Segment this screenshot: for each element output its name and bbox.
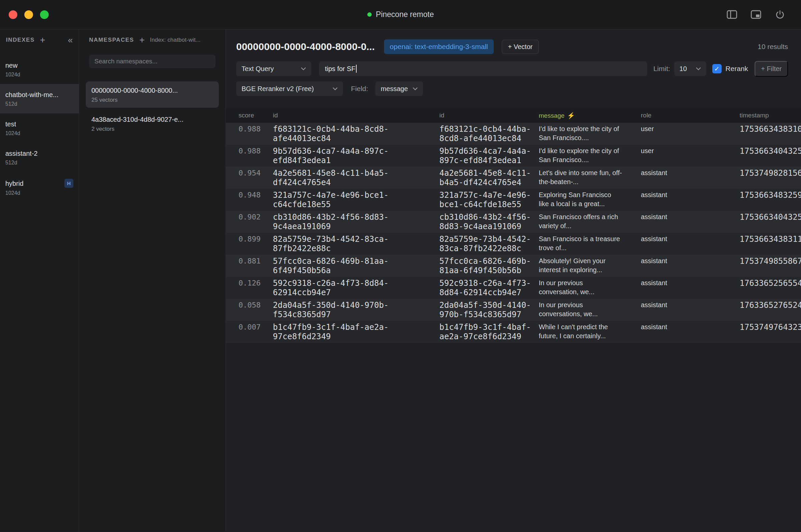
sidebar-item-index[interactable]: hybrid H 1024d bbox=[0, 172, 79, 203]
index-name: test bbox=[5, 120, 16, 128]
column-header-score[interactable]: score bbox=[226, 112, 267, 119]
cell-id: 321a757c-4a7e-4e96-bce1-c64cfde18e55 bbox=[267, 190, 435, 209]
table-row[interactable]: 0.881 57fcc0ca-6826-469b-81aa-6f49f450b5… bbox=[226, 255, 801, 277]
cell-score: 0.058 bbox=[226, 301, 267, 310]
cell-id-2: f683121c-0cb4-44ba-8cd8-afe44013ec84 bbox=[435, 125, 535, 143]
cell-id-2: 4a2e5681-45e8-4c11-b4a5-df424c4765e4 bbox=[435, 168, 535, 187]
table-row[interactable]: 0.948 321a757c-4a7e-4e96-bce1-c64cfde18e… bbox=[226, 189, 801, 211]
column-header-id2[interactable]: id bbox=[435, 112, 535, 119]
sidebar-item-index[interactable]: new 1024d bbox=[0, 55, 79, 84]
table-row[interactable]: 0.058 2da04a5f-350d-4140-970b-f534c8365d… bbox=[226, 299, 801, 321]
power-icon bbox=[775, 10, 785, 20]
cell-id: 9b57d636-4ca7-4a4a-897c-efd84f3edea1 bbox=[267, 147, 435, 165]
disconnect-button[interactable] bbox=[773, 8, 787, 22]
table-row[interactable]: 0.954 4a2e5681-45e8-4c11-b4a5-df424c4765… bbox=[226, 167, 801, 189]
panel-bottom-right-icon bbox=[751, 10, 761, 19]
table-row[interactable]: 0.899 82a5759e-73b4-4542-83ca-87fb2422e8… bbox=[226, 233, 801, 255]
index-dimension: 1024d bbox=[5, 72, 73, 77]
namespaces-panel: NAMESPACES + Index: chatbot-wit... 00000… bbox=[79, 30, 226, 532]
cell-id: 57fcc0ca-6826-469b-81aa-6f49f450b56a bbox=[267, 256, 435, 275]
cell-role: assistant bbox=[637, 301, 736, 309]
chevron-down-icon bbox=[413, 87, 418, 90]
cell-score: 0.007 bbox=[226, 323, 267, 332]
limit-value: 10 bbox=[680, 65, 687, 73]
cell-timestamp: 1753749855867 bbox=[736, 256, 801, 266]
cell-score: 0.881 bbox=[226, 256, 267, 266]
table-row[interactable]: 0.988 f683121c-0cb4-44ba-8cd8-afe44013ec… bbox=[226, 123, 801, 145]
cell-message: I'd like to explore the city of San Fran… bbox=[535, 125, 637, 142]
query-text-input[interactable]: tips for SF bbox=[319, 61, 647, 76]
add-vector-button[interactable]: + Vector bbox=[502, 40, 539, 54]
sidebar-item-index[interactable]: assistant-2 512d bbox=[0, 143, 79, 172]
minimize-window-button[interactable] bbox=[24, 10, 33, 19]
rerank-field-select[interactable]: message bbox=[375, 81, 423, 96]
column-header-id[interactable]: id bbox=[267, 112, 435, 119]
table-row[interactable]: 0.902 cb310d86-43b2-4f56-8d83-9c4aea1910… bbox=[226, 211, 801, 233]
cell-id: 82a5759e-73b4-4542-83ca-87fb2422e88c bbox=[267, 234, 435, 253]
cell-message: In our previous conversation, we... bbox=[535, 279, 637, 297]
namespaces-list: 00000000-0000-4000-8000... 25 vectors 4a… bbox=[79, 81, 226, 137]
namespace-name: 00000000-0000-4000-8000... bbox=[91, 87, 213, 94]
cell-timestamp: 1763365256554 bbox=[736, 279, 801, 288]
cell-role: user bbox=[637, 125, 736, 133]
cell-role: assistant bbox=[637, 234, 736, 244]
zoom-window-button[interactable] bbox=[40, 10, 49, 19]
cell-role: assistant bbox=[637, 279, 736, 287]
cell-timestamp: 1753749764323 bbox=[736, 323, 801, 332]
sidebar-item-index[interactable]: test 1024d bbox=[0, 113, 79, 143]
table-row[interactable]: 0.007 b1c47fb9-3c1f-4baf-ae2a-97ce8f6d23… bbox=[226, 321, 801, 343]
index-name: hybrid bbox=[5, 179, 23, 187]
column-header-message[interactable]: message⚡ bbox=[535, 112, 637, 119]
cell-id-2: b1c47fb9-3c1f-4baf-ae2a-97ce8f6d2349 bbox=[435, 323, 535, 341]
cell-id-2: 57fcc0ca-6826-469b-81aa-6f49f450b56b bbox=[435, 256, 535, 275]
titlebar: Pinecone remote bbox=[0, 0, 801, 30]
index-dimension: 1024d bbox=[5, 190, 73, 196]
query-type-value: Text Query bbox=[242, 65, 274, 73]
indexes-list: new 1024d chatbot-with-me... 512d te bbox=[0, 55, 79, 203]
close-window-button[interactable] bbox=[9, 10, 17, 19]
rerank-checkbox[interactable]: ✓ bbox=[712, 64, 722, 73]
table-row[interactable]: 0.126 592c9318-c26a-4f73-8d84-62914ccb94… bbox=[226, 277, 801, 299]
cell-id-2: cb310d86-43b2-4f56-8d83-9c4aea191069 bbox=[435, 212, 535, 231]
cell-score: 0.988 bbox=[226, 147, 267, 156]
table-body: 0.988 f683121c-0cb4-44ba-8cd8-afe44013ec… bbox=[226, 123, 801, 343]
cell-role: assistant bbox=[637, 190, 736, 200]
rerank-field-value: message bbox=[381, 85, 408, 93]
limit-label: Limit: bbox=[653, 65, 670, 73]
indexes-sidebar: INDEXES + « new 1024d chatbot-with-me... bbox=[0, 30, 79, 532]
add-index-button[interactable]: + bbox=[40, 36, 45, 45]
embedding-model-badge[interactable]: openai: text-embedding-3-small bbox=[384, 39, 493, 54]
cell-timestamp: 1753663404325 bbox=[736, 147, 801, 156]
query-type-select[interactable]: Text Query bbox=[236, 61, 311, 76]
search-namespaces-input[interactable] bbox=[89, 55, 215, 68]
message-column-label: message bbox=[539, 112, 565, 119]
cell-timestamp: 1753749828156 bbox=[736, 168, 801, 178]
limit-select[interactable]: 10 bbox=[674, 61, 706, 76]
results-count-label: 10 results bbox=[758, 43, 788, 51]
add-filter-button[interactable]: + Filter bbox=[755, 61, 788, 77]
namespace-item[interactable]: 00000000-0000-4000-8000... 25 vectors bbox=[86, 81, 219, 108]
results-table: score id id message⚡ role timestamp 0.98… bbox=[226, 108, 801, 343]
namespace-item[interactable]: 4a38aced-310d-4d8d-9027-e... 2 vectors bbox=[86, 110, 219, 137]
column-header-timestamp[interactable]: timestamp bbox=[736, 112, 801, 119]
table-row[interactable]: 0.988 9b57d636-4ca7-4a4a-897c-efd84f3ede… bbox=[226, 145, 801, 167]
sidebar-item-index[interactable]: chatbot-with-me... 512d bbox=[0, 84, 79, 113]
cell-id: 4a2e5681-45e8-4c11-b4a5-df424c4765e4 bbox=[267, 168, 435, 187]
collapse-sidebar-icon[interactable]: « bbox=[68, 35, 73, 45]
namespaces-header-label: NAMESPACES bbox=[89, 37, 134, 43]
hybrid-badge: H bbox=[64, 179, 73, 188]
cell-role: user bbox=[637, 147, 736, 155]
index-name: chatbot-with-me... bbox=[5, 91, 58, 99]
cell-score: 0.899 bbox=[226, 234, 267, 244]
cell-timestamp: 1753663438311 bbox=[736, 234, 801, 244]
add-namespace-button[interactable]: + bbox=[139, 36, 145, 45]
cell-id: cb310d86-43b2-4f56-8d83-9c4aea191069 bbox=[267, 212, 435, 231]
cell-id: 2da04a5f-350d-4140-970b-f534c8365d97 bbox=[267, 301, 435, 319]
column-header-role[interactable]: role bbox=[637, 112, 736, 119]
reranker-select[interactable]: BGE Reranker v2 (Free) bbox=[236, 81, 343, 96]
namespace-name: 4a38aced-310d-4d8d-9027-e... bbox=[91, 115, 213, 124]
cell-id-2: 321a757c-4a7e-4e96-bce1-c64cfde18e55 bbox=[435, 190, 535, 209]
toggle-bottom-panel-button[interactable] bbox=[749, 8, 763, 22]
toggle-left-panel-button[interactable] bbox=[725, 8, 739, 22]
cell-id-2: 9b57d636-4ca7-4a4a-897c-efd84f3edea1 bbox=[435, 147, 535, 165]
